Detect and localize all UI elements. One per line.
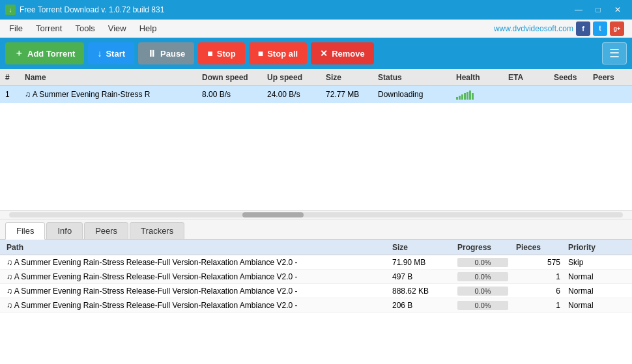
health-bar-3	[461, 94, 463, 100]
progress-label: 0.0%	[474, 301, 491, 309]
file-size: 206 B	[388, 301, 453, 310]
row-name: ♫ A Summer Evening Rain-Stress R	[22, 90, 199, 99]
file-pieces: 1	[512, 301, 564, 310]
facebook-button[interactable]: f	[576, 21, 590, 36]
hamburger-button[interactable]: ☰	[602, 42, 627, 64]
table-row[interactable]: 1 ♫ A Summer Evening Rain-Stress R 8.00 …	[0, 86, 632, 103]
tab-info[interactable]: Info	[46, 222, 83, 239]
file-row[interactable]: ♫ A Summer Evening Rain-Stress Release-F…	[0, 298, 632, 313]
row-health	[453, 89, 506, 100]
col-pieces: Pieces	[512, 243, 564, 252]
file-progress-cell: 0.0%	[453, 301, 512, 310]
files-table-header: Path Size Progress Pieces Priority	[0, 240, 632, 255]
menu-tools[interactable]: Tools	[68, 21, 101, 36]
menu-items: File Torrent Tools View Help	[3, 21, 163, 36]
menu-torrent[interactable]: Torrent	[29, 21, 68, 36]
stop-button[interactable]: ■ Stop	[198, 42, 244, 64]
file-size: 497 B	[388, 272, 453, 281]
tab-trackers[interactable]: Trackers	[130, 222, 184, 239]
scroll-track	[9, 212, 623, 217]
row-status: Downloading	[375, 90, 453, 99]
maximize-button[interactable]: □	[589, 3, 607, 17]
tab-files[interactable]: Files	[5, 222, 45, 240]
col-file-size: Size	[388, 243, 453, 252]
file-path: ♫ A Summer Evening Rain-Stress Release-F…	[3, 272, 388, 281]
minimize-button[interactable]: —	[569, 3, 588, 17]
col-size: Size	[323, 73, 375, 82]
file-progress-cell: 0.0%	[453, 287, 512, 296]
torrent-list: 1 ♫ A Summer Evening Rain-Stress R 8.00 …	[0, 86, 632, 210]
col-path: Path	[3, 243, 388, 252]
file-size: 71.90 MB	[388, 258, 453, 267]
stop-all-button[interactable]: ■ Stop all	[249, 42, 307, 64]
col-peers: Peers	[590, 73, 629, 82]
file-priority: Skip	[564, 258, 629, 267]
health-bar-6	[469, 91, 471, 100]
googleplus-button[interactable]: g+	[610, 21, 624, 36]
table-header: # Name Down speed Up speed Size Status H…	[0, 69, 632, 86]
menu-view[interactable]: View	[102, 21, 133, 36]
progress-bar: 0.0%	[457, 272, 508, 281]
stop-label: Stop	[217, 49, 236, 59]
pause-label: Pause	[160, 49, 185, 59]
main-content: # Name Down speed Up speed Size Status H…	[0, 69, 632, 364]
health-bar-5	[467, 92, 468, 100]
col-eta: ETA	[506, 73, 551, 82]
menu-bar: File Torrent Tools View Help www.dvdvide…	[0, 20, 632, 38]
menu-help[interactable]: Help	[133, 21, 164, 36]
progress-bar: 0.0%	[457, 258, 508, 267]
file-pieces: 575	[512, 258, 564, 267]
progress-label: 0.0%	[474, 287, 491, 295]
col-num: #	[3, 73, 22, 82]
stop-all-label: Stop all	[267, 49, 298, 59]
progress-label: 0.0%	[474, 259, 491, 266]
horizontal-scrollbar[interactable]	[0, 210, 632, 219]
file-row[interactable]: ♫ A Summer Evening Rain-Stress Release-F…	[0, 270, 632, 284]
file-path: ♫ A Summer Evening Rain-Stress Release-F…	[3, 258, 388, 267]
app-icon: ↓	[5, 5, 16, 15]
add-torrent-button[interactable]: ＋ Add Torrent	[5, 42, 84, 64]
files-table: Path Size Progress Pieces Priority ♫ A S…	[0, 240, 632, 364]
row-size: 72.77 MB	[323, 90, 375, 99]
add-torrent-label: Add Torrent	[27, 49, 75, 59]
menu-file[interactable]: File	[3, 21, 29, 36]
window-controls: — □ ✕	[569, 3, 627, 17]
file-pieces: 1	[512, 272, 564, 281]
file-row[interactable]: ♫ A Summer Evening Rain-Stress Release-F…	[0, 284, 632, 298]
health-bar-1	[456, 97, 458, 100]
file-row[interactable]: ♫ A Summer Evening Rain-Stress Release-F…	[0, 255, 632, 270]
close-button[interactable]: ✕	[609, 3, 627, 17]
stop-all-icon: ■	[258, 48, 263, 59]
file-pieces: 6	[512, 287, 564, 296]
file-progress-cell: 0.0%	[453, 272, 512, 281]
col-up-speed: Up speed	[265, 73, 323, 82]
twitter-button[interactable]: t	[593, 21, 607, 36]
app-title: Free Torrent Download v. 1.0.72 build 83…	[20, 5, 569, 14]
remove-button[interactable]: ✕ Remove	[311, 42, 374, 64]
title-bar: ↓ Free Torrent Download v. 1.0.72 build …	[0, 0, 632, 20]
col-health: Health	[453, 73, 506, 82]
file-priority: Normal	[564, 287, 629, 296]
col-down-speed: Down speed	[199, 73, 265, 82]
file-path: ♫ A Summer Evening Rain-Stress Release-F…	[3, 287, 388, 296]
health-bars	[456, 89, 503, 100]
file-priority: Normal	[564, 272, 629, 281]
health-bar-4	[464, 93, 466, 100]
health-bar-7	[472, 93, 474, 100]
file-path: ♫ A Summer Evening Rain-Stress Release-F…	[3, 301, 388, 310]
remove-icon: ✕	[320, 48, 328, 59]
dvd-link[interactable]: www.dvdvideosoft.com	[494, 24, 573, 33]
file-size: 888.62 KB	[388, 287, 453, 296]
progress-bar: 0.0%	[457, 301, 508, 310]
col-progress: Progress	[453, 243, 512, 252]
scroll-thumb[interactable]	[242, 212, 304, 217]
row-num: 1	[3, 90, 22, 99]
pause-button[interactable]: ⏸ Pause	[138, 42, 194, 64]
start-button[interactable]: ↓ Start	[88, 42, 134, 64]
start-label: Start	[106, 49, 125, 59]
tabs-bar: Files Info Peers Trackers	[0, 219, 632, 240]
file-priority: Normal	[564, 301, 629, 310]
pause-icon: ⏸	[147, 48, 156, 59]
row-down-speed: 8.00 B/s	[199, 90, 265, 99]
tab-peers[interactable]: Peers	[84, 222, 128, 239]
